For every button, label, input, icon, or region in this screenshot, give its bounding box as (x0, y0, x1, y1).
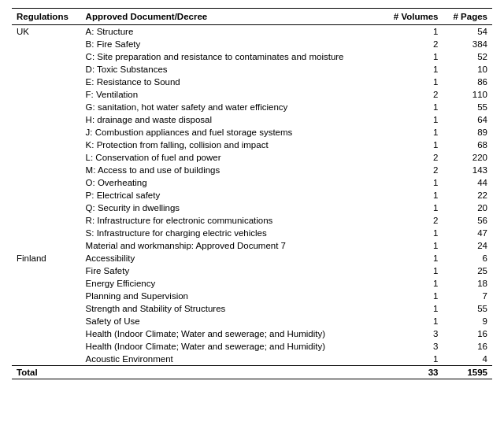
pages-cell: 10 (443, 63, 492, 76)
volumes-cell: 1 (382, 239, 443, 252)
regulations-table: Regulations Approved Document/Decree # V… (12, 8, 492, 379)
document-cell: S: Infrastructure for charging electric … (81, 227, 383, 239)
volumes-cell: 1 (382, 63, 443, 76)
total-volumes: 33 (382, 366, 443, 379)
pages-cell: 18 (443, 277, 492, 290)
pages-cell: 68 (443, 139, 492, 151)
document-cell: B: Fire Safety (81, 38, 383, 50)
pages-cell: 16 (443, 327, 492, 340)
regulation-cell: Finland (12, 252, 81, 264)
volumes-cell: 1 (382, 76, 443, 88)
document-cell: K: Protection from falling, collision an… (81, 139, 383, 151)
pages-cell: 44 (443, 176, 492, 189)
col-volumes: # Volumes (382, 9, 443, 25)
total-pages: 1595 (443, 366, 492, 379)
table-row: FinlandAccessibility16 (12, 252, 492, 264)
table-row: E: Resistance to Sound186 (12, 76, 492, 88)
document-cell: A: Structure (81, 25, 383, 39)
total-doc-cell (81, 366, 383, 379)
document-cell: Accessibility (81, 252, 383, 264)
header-row: Regulations Approved Document/Decree # V… (12, 9, 492, 25)
document-cell: Health (Indoor Climate; Water and sewera… (81, 327, 383, 340)
pages-cell: 24 (443, 239, 492, 252)
pages-cell: 220 (443, 151, 492, 164)
table-row: H: drainage and waste disposal164 (12, 113, 492, 126)
table-row: L: Conservation of fuel and power2220 (12, 151, 492, 164)
col-document: Approved Document/Decree (81, 9, 383, 25)
pages-cell: 47 (443, 227, 492, 239)
regulation-cell (12, 126, 81, 139)
document-cell: L: Conservation of fuel and power (81, 151, 383, 164)
regulation-cell: UK (12, 25, 81, 39)
regulation-cell (12, 214, 81, 227)
main-container: Regulations Approved Document/Decree # V… (0, 0, 504, 387)
table-row: UKA: Structure154 (12, 25, 492, 39)
document-cell: J: Combustion appliances and fuel storag… (81, 126, 383, 139)
document-cell: Planning and Supervision (81, 290, 383, 302)
volumes-cell: 3 (382, 327, 443, 340)
table-row: F: Ventilation2110 (12, 88, 492, 101)
volumes-cell: 1 (382, 353, 443, 366)
volumes-cell: 1 (382, 126, 443, 139)
pages-cell: 64 (443, 113, 492, 126)
regulation-cell (12, 202, 81, 214)
pages-cell: 9 (443, 315, 492, 327)
pages-cell: 16 (443, 340, 492, 353)
regulation-cell (12, 63, 81, 76)
volumes-cell: 2 (382, 151, 443, 164)
volumes-cell: 1 (382, 315, 443, 327)
pages-cell: 143 (443, 164, 492, 176)
document-cell: H: drainage and waste disposal (81, 113, 383, 126)
regulation-cell (12, 227, 81, 239)
table-row: Safety of Use19 (12, 315, 492, 327)
volumes-cell: 1 (382, 50, 443, 63)
table-row: Fire Safety125 (12, 264, 492, 277)
table-row: Planning and Supervision17 (12, 290, 492, 302)
col-pages: # Pages (443, 9, 492, 25)
pages-cell: 55 (443, 302, 492, 315)
volumes-cell: 1 (382, 202, 443, 214)
table-row: C: Site preparation and resistance to co… (12, 50, 492, 63)
document-cell: Acoustic Environment (81, 353, 383, 366)
table-row: J: Combustion appliances and fuel storag… (12, 126, 492, 139)
document-cell: P: Electrical safety (81, 189, 383, 202)
table-row: Acoustic Environment14 (12, 353, 492, 366)
document-cell: F: Ventilation (81, 88, 383, 101)
volumes-cell: 1 (382, 290, 443, 302)
table-row: R: Infrastructure for electronic communi… (12, 214, 492, 227)
volumes-cell: 1 (382, 113, 443, 126)
volumes-cell: 1 (382, 189, 443, 202)
regulation-cell (12, 151, 81, 164)
regulation-cell (12, 139, 81, 151)
document-cell: D: Toxic Substances (81, 63, 383, 76)
regulation-cell (12, 302, 81, 315)
document-cell: G: sanitation, hot water safety and wate… (81, 101, 383, 113)
volumes-cell: 1 (382, 176, 443, 189)
volumes-cell: 1 (382, 252, 443, 264)
table-row: Strength and Stability of Structures155 (12, 302, 492, 315)
table-row: M: Access to and use of buildings2143 (12, 164, 492, 176)
volumes-cell: 1 (382, 302, 443, 315)
document-cell: R: Infrastructure for electronic communi… (81, 214, 383, 227)
document-cell: E: Resistance to Sound (81, 76, 383, 88)
document-cell: Q: Security in dwellings (81, 202, 383, 214)
pages-cell: 86 (443, 76, 492, 88)
table-row: Material and workmanship: Approved Docum… (12, 239, 492, 252)
table-row: S: Infrastructure for charging electric … (12, 227, 492, 239)
regulation-cell (12, 239, 81, 252)
table-row: D: Toxic Substances110 (12, 63, 492, 76)
pages-cell: 6 (443, 252, 492, 264)
pages-cell: 7 (443, 290, 492, 302)
pages-cell: 384 (443, 38, 492, 50)
document-cell: Material and workmanship: Approved Docum… (81, 239, 383, 252)
volumes-cell: 3 (382, 340, 443, 353)
regulation-cell (12, 88, 81, 101)
document-cell: O: Overheating (81, 176, 383, 189)
total-label: Total (12, 366, 81, 379)
pages-cell: 52 (443, 50, 492, 63)
volumes-cell: 1 (382, 264, 443, 277)
volumes-cell: 1 (382, 277, 443, 290)
pages-cell: 56 (443, 214, 492, 227)
regulation-cell (12, 277, 81, 290)
volumes-cell: 2 (382, 214, 443, 227)
